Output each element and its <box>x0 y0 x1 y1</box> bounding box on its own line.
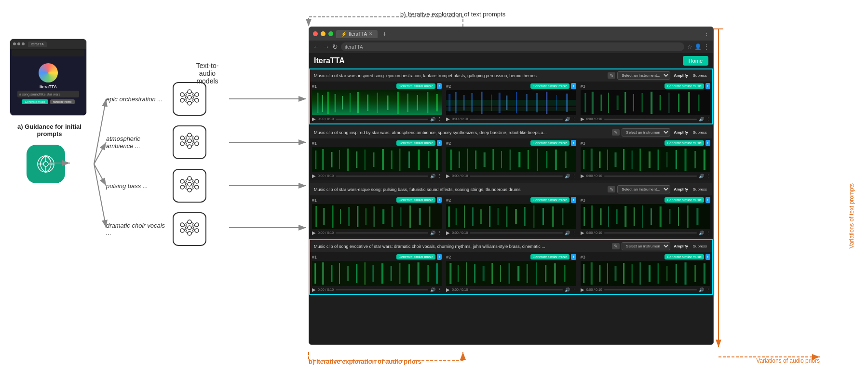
volume-icon-1-1[interactable]: 🔊 <box>565 174 570 178</box>
chrome-maximize[interactable] <box>328 31 333 36</box>
suppress-btn-3[interactable]: Supress <box>692 243 708 249</box>
play-btn-2-0[interactable]: ▶ <box>312 230 316 235</box>
more-icon-3-1[interactable]: ⋮ <box>572 287 576 292</box>
gen-similar-btn-3-2[interactable]: Generate similar music <box>665 254 704 260</box>
volume-icon-1-2[interactable]: 🔊 <box>699 174 704 178</box>
gen-similar-btn-1-2[interactable]: Generate similar music <box>665 140 704 146</box>
instrument-select-1[interactable]: Select an instrumen <box>622 128 670 137</box>
gen-similar-btn-0-1[interactable]: Generate similar music <box>530 83 570 89</box>
progress-bar-3-2[interactable] <box>604 289 697 290</box>
more-icon-0-0[interactable]: ⋮ <box>437 117 442 122</box>
more-icon-3-2[interactable]: ⋮ <box>706 287 710 292</box>
amplify-btn-0[interactable]: Amplify <box>672 72 689 79</box>
gen-similar-btn-2-1[interactable]: Generate similar music <box>530 197 570 203</box>
refresh-btn[interactable]: ↻ <box>332 43 338 51</box>
volume-icon-3-2[interactable]: 🔊 <box>699 287 704 292</box>
progress-bar-2-0[interactable] <box>336 232 428 233</box>
chrome-minimize[interactable] <box>321 31 326 36</box>
gen-similar-btn-3-1[interactable]: Generate similar music <box>530 254 570 260</box>
play-btn-2-1[interactable]: ▶ <box>446 230 450 235</box>
chrome-close[interactable] <box>313 31 318 36</box>
play-btn-3-0[interactable]: ▶ <box>312 287 316 292</box>
progress-bar-1-0[interactable] <box>336 176 428 177</box>
volume-icon-1-0[interactable]: 🔊 <box>430 174 435 178</box>
volume-icon-0-1[interactable]: 🔊 <box>565 117 570 122</box>
play-btn-1-0[interactable]: ▶ <box>312 173 316 178</box>
instrument-select-0[interactable]: Select an instrument... <box>617 71 670 80</box>
bookmark-icon[interactable]: ☆ <box>687 43 692 50</box>
progress-bar-2-2[interactable] <box>604 232 697 233</box>
volume-icon-2-1[interactable]: 🔊 <box>565 231 570 235</box>
more-icon[interactable]: ⋮ <box>704 43 709 50</box>
twitter-btn-3-1[interactable]: t <box>571 254 576 260</box>
instrument-select-2[interactable]: Select an instrument... <box>617 185 670 193</box>
more-icon-2-0[interactable]: ⋮ <box>437 231 442 235</box>
gen-similar-btn-1-1[interactable]: Generate similar music <box>530 140 570 146</box>
play-btn-1-1[interactable]: ▶ <box>446 173 450 178</box>
twitter-btn-3-2[interactable]: t <box>705 254 710 260</box>
volume-icon-0-2[interactable]: 🔊 <box>699 117 704 122</box>
volume-icon-2-0[interactable]: 🔊 <box>430 231 435 235</box>
volume-icon-2-2[interactable]: 🔊 <box>699 231 704 235</box>
browser-tab[interactable]: ⚡ IteraTTA ✕ <box>336 30 378 38</box>
progress-bar-3-0[interactable] <box>336 289 428 290</box>
tab-close[interactable]: ✕ <box>369 31 373 36</box>
play-btn-1-2[interactable]: ▶ <box>581 173 584 178</box>
more-icon-2-1[interactable]: ⋮ <box>572 231 576 235</box>
progress-bar-0-0[interactable] <box>336 119 428 120</box>
progress-bar-0-2[interactable] <box>604 119 697 120</box>
more-icon-2-2[interactable]: ⋮ <box>706 231 710 235</box>
twitter-btn-0-2[interactable]: t <box>705 83 710 89</box>
more-icon-1-1[interactable]: ⋮ <box>572 174 576 178</box>
twitter-btn-3-0[interactable]: t <box>437 254 442 260</box>
more-icon-1-2[interactable]: ⋮ <box>706 174 710 178</box>
account-icon[interactable]: 👤 <box>694 43 702 50</box>
more-icon-1-0[interactable]: ⋮ <box>437 174 442 178</box>
suppress-btn-2[interactable]: Supress <box>692 186 708 192</box>
twitter-btn-2-2[interactable]: t <box>705 197 710 203</box>
progress-bar-3-1[interactable] <box>470 289 562 290</box>
play-btn-0-0[interactable]: ▶ <box>312 116 316 122</box>
gen-similar-btn-2-0[interactable]: Generate similar music <box>396 197 436 203</box>
play-btn-2-2[interactable]: ▶ <box>581 230 584 235</box>
twitter-btn-0-1[interactable]: t <box>571 83 576 89</box>
edit-btn-0[interactable]: ✎ <box>608 72 615 79</box>
play-btn-0-1[interactable]: ▶ <box>446 116 450 122</box>
suppress-btn-1[interactable]: Supress <box>692 129 708 136</box>
more-icon-0-2[interactable]: ⋮ <box>706 117 710 122</box>
amplify-btn-1[interactable]: Amplify <box>672 129 689 136</box>
more-icon-0-1[interactable]: ⋮ <box>572 117 576 122</box>
progress-bar-1-1[interactable] <box>470 176 562 177</box>
twitter-btn-1-2[interactable]: t <box>705 140 710 146</box>
volume-icon-3-1[interactable]: 🔊 <box>565 287 570 292</box>
play-btn-3-2[interactable]: ▶ <box>581 287 584 292</box>
url-bar[interactable]: iteraTTA <box>341 42 684 51</box>
twitter-btn-1-0[interactable]: t <box>437 140 442 146</box>
play-btn-0-2[interactable]: ▶ <box>581 116 584 122</box>
play-btn-3-1[interactable]: ▶ <box>446 287 450 292</box>
twitter-btn-2-1[interactable]: t <box>571 197 576 203</box>
instrument-select-3[interactable]: Select an instrumen <box>622 242 670 250</box>
new-tab-btn[interactable]: + <box>382 30 386 38</box>
gen-similar-btn-2-2[interactable]: Generate similar music <box>665 197 704 203</box>
amplify-btn-3[interactable]: Amplify <box>672 243 689 249</box>
progress-bar-2-1[interactable] <box>470 232 562 233</box>
twitter-btn-2-0[interactable]: t <box>437 197 442 203</box>
volume-icon-0-0[interactable]: 🔊 <box>430 117 435 122</box>
edit-btn-1[interactable]: ✎ <box>612 129 620 136</box>
volume-icon-3-0[interactable]: 🔊 <box>430 287 435 292</box>
amplify-btn-2[interactable]: Amplify <box>672 186 689 192</box>
more-icon-3-0[interactable]: ⋮ <box>437 287 442 292</box>
edit-btn-3[interactable]: ✎ <box>612 243 620 249</box>
gen-similar-btn-1-0[interactable]: Generate similar music <box>396 140 436 146</box>
gen-similar-btn-0-2[interactable]: Generate similar music <box>665 83 704 89</box>
gen-similar-btn-3-0[interactable]: Generate similar music <box>396 254 436 260</box>
home-button[interactable]: Home <box>683 56 708 66</box>
progress-bar-0-1[interactable] <box>470 119 562 120</box>
twitter-btn-0-0[interactable]: t <box>437 83 442 89</box>
twitter-btn-1-1[interactable]: t <box>571 140 576 146</box>
forward-btn[interactable]: → <box>323 43 329 51</box>
back-btn[interactable]: ← <box>313 43 320 51</box>
edit-btn-2[interactable]: ✎ <box>608 186 615 192</box>
progress-bar-1-2[interactable] <box>604 176 697 177</box>
